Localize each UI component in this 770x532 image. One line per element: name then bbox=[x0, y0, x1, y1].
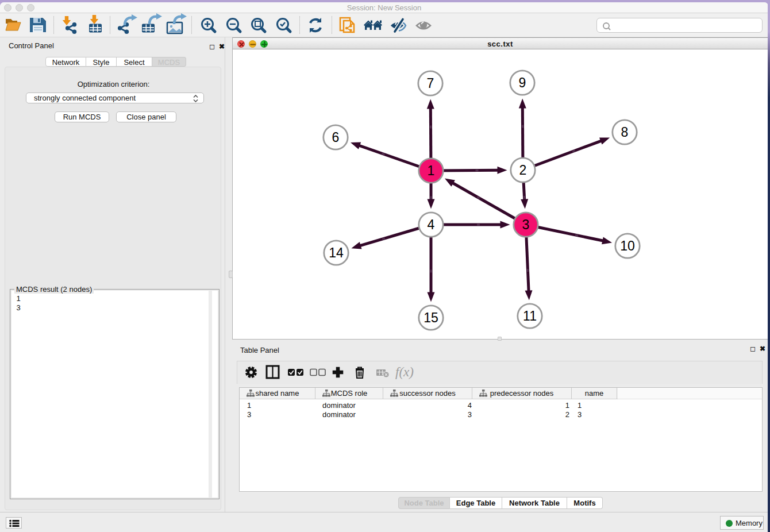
svg-text:6: 6 bbox=[332, 130, 340, 145]
svg-text:1: 1 bbox=[428, 163, 435, 178]
svg-text:8: 8 bbox=[621, 125, 629, 140]
svg-text:2: 2 bbox=[519, 163, 527, 178]
svg-text:15: 15 bbox=[424, 310, 438, 325]
svg-text:14: 14 bbox=[329, 245, 344, 260]
svg-text:10: 10 bbox=[620, 238, 635, 253]
svg-text:7: 7 bbox=[427, 76, 434, 91]
svg-text:4: 4 bbox=[428, 217, 435, 232]
svg-text:f(x): f(x) bbox=[395, 365, 414, 379]
svg-text:11: 11 bbox=[523, 309, 537, 323]
svg-text:9: 9 bbox=[519, 75, 526, 90]
svg-text:3: 3 bbox=[522, 217, 530, 232]
